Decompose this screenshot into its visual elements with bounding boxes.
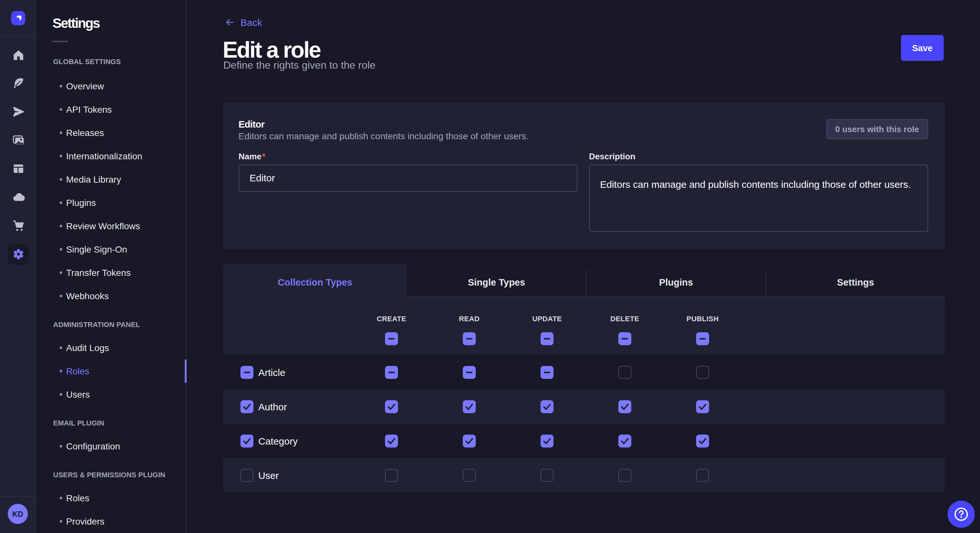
name-field: Name* <box>239 151 578 232</box>
sidebar-item-overview[interactable]: Overview <box>37 75 186 98</box>
tab-settings[interactable]: Settings <box>766 269 945 297</box>
category-delete-checkbox[interactable] <box>618 434 631 447</box>
role-description-text: Editors can manage and publish contents … <box>239 131 528 141</box>
author-publish-checkbox[interactable] <box>696 400 709 413</box>
row-checkbox-user[interactable] <box>240 468 253 482</box>
select-all-publish-checkbox[interactable] <box>696 332 709 345</box>
sidebar-item-transfer-tokens[interactable]: Transfer Tokens <box>37 261 186 284</box>
sidebar-item-single-sign-on[interactable]: Single Sign-On <box>37 238 186 261</box>
sidebar-item-label: Audit Logs <box>37 343 109 353</box>
category-create-checkbox[interactable] <box>385 434 398 447</box>
select-all-read-checkbox[interactable] <box>463 332 476 345</box>
arrow-left-icon <box>224 17 234 27</box>
feather-icon[interactable] <box>8 73 29 94</box>
tab-plugins[interactable]: Plugins <box>587 269 765 297</box>
sidebar-item-releases[interactable]: Releases <box>37 121 186 144</box>
sidebar-item-review-workflows[interactable]: Review Workflows <box>37 214 186 238</box>
tab-collection-types[interactable]: Collection Types <box>223 263 407 297</box>
main-content: Back Edit a role Define the rights given… <box>187 0 980 533</box>
cloud-icon[interactable] <box>8 187 29 208</box>
sidebar-item-internationalization[interactable]: Internationalization <box>37 144 186 168</box>
select-all-create-checkbox[interactable] <box>385 332 398 345</box>
select-all-update-checkbox[interactable] <box>541 332 554 345</box>
author-create-checkbox[interactable] <box>385 400 398 413</box>
category-update-checkbox[interactable] <box>541 434 554 447</box>
role-form: Name* Description <box>239 151 928 232</box>
paper-plane-icon[interactable] <box>8 102 29 122</box>
sidebar-item-label: Overview <box>37 81 104 91</box>
permission-row-category: Category <box>223 424 945 458</box>
media-icon[interactable] <box>8 130 29 151</box>
sidebar-item-label: Review Workflows <box>37 221 140 231</box>
home-icon[interactable] <box>8 45 29 65</box>
gear-icon[interactable] <box>8 244 29 265</box>
sidebar-item-label: API Tokens <box>37 104 112 115</box>
row-checkbox-author[interactable] <box>240 400 253 413</box>
required-asterisk: * <box>261 151 266 161</box>
tab-single-types[interactable]: Single Types <box>407 269 586 297</box>
row-checkbox-article[interactable] <box>240 366 253 379</box>
sidebar-item-media-library[interactable]: Media Library <box>37 168 186 191</box>
back-label: Back <box>240 16 262 27</box>
permissions-tabs: Collection Types Single Types Plugins Se… <box>223 263 945 297</box>
row-checkbox-category[interactable] <box>240 434 253 447</box>
user-update-checkbox[interactable] <box>541 468 554 482</box>
category-read-checkbox[interactable] <box>463 434 476 447</box>
column-header-read: READ <box>430 315 508 322</box>
strapi-logo-icon <box>13 13 23 23</box>
permissions-card: Collection Types Single Types Plugins Se… <box>223 263 945 492</box>
description-textarea[interactable] <box>589 165 929 232</box>
category-publish-checkbox[interactable] <box>696 434 709 447</box>
sidebar-item-webhooks[interactable]: Webhooks <box>37 284 186 308</box>
layout-icon[interactable] <box>8 159 29 179</box>
select-all-delete-checkbox[interactable] <box>618 332 631 345</box>
tab-label: Plugins <box>659 277 693 287</box>
author-read-checkbox[interactable] <box>463 400 476 413</box>
avatar[interactable]: KD <box>8 504 28 524</box>
tab-label: Collection Types <box>278 277 352 287</box>
sidebar-item-plugins[interactable]: Plugins <box>37 191 186 214</box>
article-read-checkbox[interactable] <box>463 366 476 379</box>
column-header-create: CREATE <box>353 315 430 322</box>
row-label: Article <box>258 366 285 378</box>
settings-subnav: Settings GLOBAL SETTINGS Overview API To… <box>37 0 187 533</box>
author-delete-checkbox[interactable] <box>618 400 631 413</box>
article-delete-checkbox[interactable] <box>618 366 631 379</box>
name-input[interactable] <box>239 165 578 191</box>
column-header-publish: PUBLISH <box>664 315 741 322</box>
tab-label: Single Types <box>468 277 525 287</box>
article-update-checkbox[interactable] <box>541 366 554 379</box>
sidebar-item-label: Transfer Tokens <box>37 268 130 278</box>
sidebar-item-label: Roles <box>37 366 89 376</box>
strapi-settings-edit-role-page: KD Settings GLOBAL SETTINGS Overview API… <box>0 0 980 533</box>
section-administration-panel: ADMINISTRATION PANEL Audit Logs Roles Us… <box>37 313 186 406</box>
user-delete-checkbox[interactable] <box>618 468 631 482</box>
sidebar-item-users[interactable]: Users <box>37 383 186 406</box>
permission-row-author: Author <box>223 389 945 424</box>
sidebar-item-providers[interactable]: Providers <box>37 510 186 533</box>
sidebar-item-up-roles[interactable]: Roles <box>37 486 186 510</box>
section-users-permissions-plugin: USERS & PERMISSIONS PLUGIN Roles Provide… <box>37 463 186 533</box>
sidebar-item-label: Roles <box>37 493 89 503</box>
user-create-checkbox[interactable] <box>385 468 398 482</box>
nav-divider <box>0 36 36 37</box>
section-global-settings: GLOBAL SETTINGS Overview API Tokens Rele… <box>37 50 186 308</box>
sidebar-item-api-tokens[interactable]: API Tokens <box>37 98 186 121</box>
users-with-role-badge[interactable]: 0 users with this role <box>826 119 928 139</box>
user-publish-checkbox[interactable] <box>696 468 709 482</box>
strapi-logo[interactable] <box>11 11 25 25</box>
section-label: ADMINISTRATION PANEL <box>37 313 186 336</box>
save-button[interactable]: Save <box>901 35 944 61</box>
article-publish-checkbox[interactable] <box>696 366 709 379</box>
sidebar-item-configuration[interactable]: Configuration <box>37 435 186 458</box>
sidebar-item-roles[interactable]: Roles <box>37 359 186 383</box>
sidebar-item-audit-logs[interactable]: Audit Logs <box>37 336 186 359</box>
article-create-checkbox[interactable] <box>385 366 398 379</box>
question-mark-icon <box>953 506 970 523</box>
author-update-checkbox[interactable] <box>541 400 554 413</box>
page-subtitle: Define the rights given to the role <box>223 59 375 72</box>
user-read-checkbox[interactable] <box>463 468 476 482</box>
cart-icon[interactable] <box>8 215 29 236</box>
back-link[interactable]: Back <box>224 17 262 27</box>
help-button[interactable] <box>948 501 975 528</box>
